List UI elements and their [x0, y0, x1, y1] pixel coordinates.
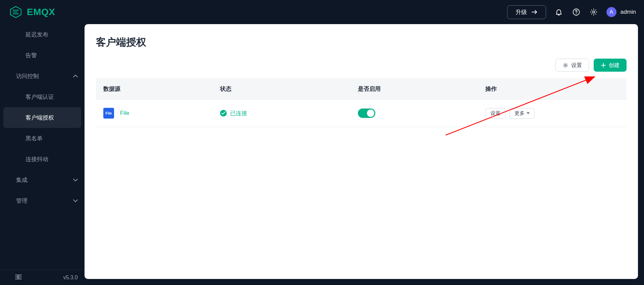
authz-table: 数据源 状态 是否启用 操作 File File	[96, 78, 627, 127]
svg-point-7	[576, 13, 577, 14]
plus-icon	[601, 63, 606, 68]
col-ops: 操作	[478, 78, 627, 100]
help-icon	[572, 8, 580, 16]
row-more-button[interactable]: 更多	[509, 108, 535, 119]
sidebar-item-alarm[interactable]: 告警	[0, 45, 85, 66]
chevron-up-icon	[73, 73, 78, 79]
bell-icon	[555, 8, 563, 16]
brand-text: EMQX	[27, 7, 55, 17]
version-text: v5.3.0	[63, 275, 78, 281]
row-settings-button[interactable]: 设置	[485, 108, 505, 119]
table-row: File File 已连接	[96, 100, 627, 127]
gear-icon	[562, 62, 569, 68]
notifications-button[interactable]	[554, 7, 564, 17]
svg-point-12	[565, 64, 567, 66]
emqx-logo-icon	[9, 6, 22, 18]
chevron-down-icon	[73, 197, 78, 204]
collapse-icon	[15, 274, 22, 280]
status-cell: 已连接	[220, 110, 343, 117]
sidebar-item-label: 客户端认证	[25, 93, 54, 101]
sidebar-item-delayed-publish[interactable]: 延迟发布	[0, 24, 85, 45]
svg-point-8	[592, 11, 594, 13]
sidebar-item-flapping[interactable]: 连接抖动	[0, 149, 85, 169]
sidebar-item-blacklist[interactable]: 黑名单	[0, 128, 85, 149]
sidebar-item-client-authorization[interactable]: 客户端授权	[3, 107, 81, 128]
enable-toggle[interactable]	[358, 109, 375, 118]
row-settings-label: 设置	[490, 110, 500, 117]
gear-icon	[590, 8, 598, 16]
chevron-down-icon	[73, 176, 78, 183]
topbar: EMQX 升级	[0, 0, 644, 24]
upgrade-label: 升级	[516, 8, 527, 16]
row-actions: 设置 更多	[485, 108, 619, 119]
sidebar-item-client-auth[interactable]: 客户端认证	[0, 86, 85, 107]
username: admin	[621, 9, 636, 15]
create-button-label: 创建	[609, 62, 620, 68]
sidebar-item-label: 集成	[16, 176, 28, 184]
logo[interactable]: EMQX	[9, 6, 55, 18]
toolbar: 设置 创建	[96, 59, 627, 72]
sidebar-item-integration[interactable]: 集成	[0, 169, 85, 190]
row-more-label: 更多	[515, 110, 525, 117]
sidebar-item-label: 管理	[16, 197, 28, 205]
arrow-right-icon	[532, 10, 538, 14]
panel: 客户端授权 设置 创建	[85, 24, 638, 279]
sidebar-footer: v5.3.0	[0, 270, 85, 285]
col-source: 数据源	[96, 78, 213, 100]
sidebar-item-label: 告警	[25, 52, 37, 59]
settings-icon-button[interactable]	[589, 7, 598, 17]
page-title: 客户端授权	[96, 35, 627, 49]
check-circle-icon	[220, 110, 227, 117]
file-icon: File	[103, 108, 114, 119]
datasource-cell: File File	[103, 108, 205, 119]
create-button[interactable]: 创建	[594, 59, 627, 72]
col-status: 状态	[213, 78, 351, 100]
help-button[interactable]	[572, 7, 581, 17]
sidebar-item-label: 客户端授权	[25, 114, 54, 122]
main-content: 客户端授权 设置 创建	[85, 24, 644, 285]
svg-marker-15	[527, 112, 530, 114]
sidebar: 延迟发布 告警 访问控制 客户端认证 客户端授权	[0, 24, 85, 285]
collapse-sidebar-button[interactable]	[15, 274, 22, 281]
sidebar-item-label: 连接抖动	[25, 155, 48, 163]
sidebar-item-access-control[interactable]: 访问控制	[0, 66, 85, 86]
settings-button[interactable]: 设置	[555, 59, 589, 72]
table-header-row: 数据源 状态 是否启用 操作	[96, 78, 627, 100]
toggle-knob	[367, 110, 374, 117]
upgrade-button[interactable]: 升级	[507, 5, 546, 19]
caret-down-icon	[527, 112, 530, 114]
datasource-name-link[interactable]: File	[120, 110, 129, 117]
sidebar-item-label: 黑名单	[25, 135, 43, 142]
sidebar-item-label: 访问控制	[16, 72, 39, 80]
status-text: 已连接	[230, 110, 247, 117]
sidebar-item-label: 延迟发布	[25, 31, 48, 39]
col-enabled: 是否启用	[351, 78, 478, 100]
settings-button-label: 设置	[571, 62, 582, 68]
user-menu[interactable]: A admin	[606, 7, 636, 17]
avatar: A	[606, 7, 616, 17]
sidebar-item-management[interactable]: 管理	[0, 190, 85, 211]
